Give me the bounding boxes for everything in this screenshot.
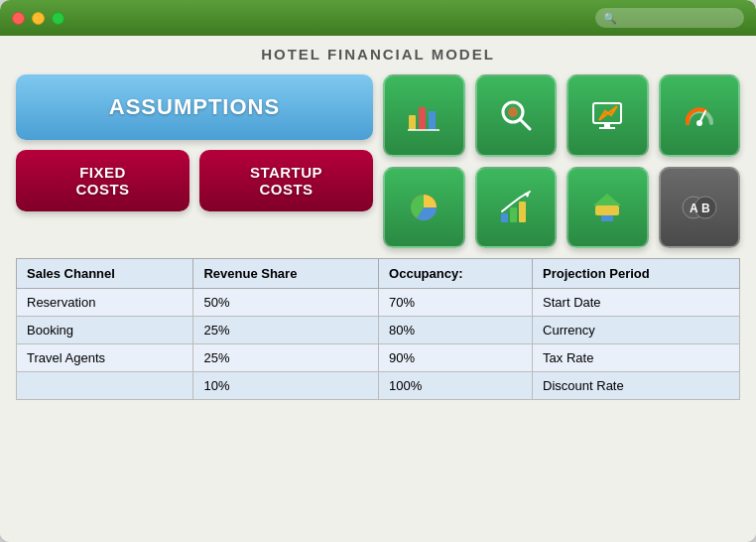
table-cell: Start Date [533, 289, 740, 317]
left-buttons: ASSUMPTIONS FIXEDCOSTS STARTUPCOSTS [16, 74, 373, 248]
svg-point-6 [508, 107, 518, 117]
bottom-left-row: FIXEDCOSTS STARTUPCOSTS [16, 150, 373, 211]
ab-test-icon-btn[interactable]: A B [659, 167, 741, 249]
svg-rect-17 [519, 202, 526, 222]
svg-rect-10 [604, 123, 610, 127]
pie-chart-icon-btn[interactable] [383, 167, 465, 249]
table-cell: Travel Agents [17, 344, 193, 372]
icon-grid: A B [383, 74, 740, 248]
content-area: HOTEL FINANCIAL MODEL ASSUMPTIONS FIXEDC… [0, 36, 756, 542]
svg-marker-20 [593, 194, 621, 205]
col-header-projection: Projection Period [533, 259, 740, 289]
table-cell: 100% [379, 372, 533, 400]
table-cell: 80% [379, 317, 533, 344]
svg-rect-16 [510, 207, 517, 222]
table-cell: Reservation [17, 289, 193, 317]
col-header-sales-channel: Sales Channel [17, 259, 193, 289]
svg-text:A: A [690, 202, 698, 215]
table-row: Travel Agents25%90%Tax Rate [17, 344, 740, 372]
table-cell: 90% [379, 344, 533, 372]
fixed-costs-button[interactable]: FIXEDCOSTS [16, 150, 189, 211]
app-window: 🔍 HOTEL FINANCIAL MODEL ASSUMPTIONS FIXE… [0, 0, 756, 542]
svg-rect-15 [501, 213, 508, 222]
svg-rect-0 [409, 115, 416, 130]
table-cell: 10% [193, 372, 379, 400]
table-row: Reservation50%70%Start Date [17, 289, 740, 317]
top-buttons-section: ASSUMPTIONS FIXEDCOSTS STARTUPCOSTS [16, 74, 740, 248]
bar-growth-icon-btn[interactable] [475, 167, 558, 249]
search-bar[interactable]: 🔍 [595, 8, 744, 28]
table-cell: 25% [193, 344, 379, 372]
table-cell: Currency [533, 317, 740, 344]
close-button[interactable] [12, 12, 25, 25]
window-controls [12, 12, 64, 25]
monitor-chart-icon-btn[interactable] [567, 74, 649, 157]
table-cell: 50% [193, 289, 379, 317]
table-cell: Discount Rate [533, 372, 740, 400]
svg-rect-21 [601, 215, 613, 221]
table-cell [17, 372, 193, 400]
svg-rect-1 [419, 107, 426, 130]
search-icon: 🔍 [603, 12, 617, 25]
title-bar: 🔍 [0, 0, 756, 36]
col-header-revenue-share: Revenue Share [193, 259, 379, 289]
svg-line-5 [520, 119, 530, 129]
table-cell: Booking [17, 317, 193, 344]
col-header-occupancy: Occupancy: [379, 259, 533, 289]
svg-rect-11 [599, 127, 615, 129]
svg-point-13 [696, 120, 702, 126]
bar-chart-icon-btn[interactable] [383, 74, 465, 157]
assumptions-button[interactable]: ASSUMPTIONS [16, 74, 373, 140]
svg-rect-19 [595, 205, 619, 215]
startup-costs-button[interactable]: STARTUPCOSTS [199, 150, 373, 211]
table-cell: Tax Rate [533, 344, 740, 372]
table-cell: 25% [193, 317, 379, 344]
svg-text:B: B [701, 202, 710, 215]
gauge-icon-btn[interactable] [659, 74, 741, 157]
table-row: Booking25%80%Currency [17, 317, 740, 344]
table-cell: 70% [379, 289, 533, 317]
table-row: 10%100%Discount Rate [17, 372, 740, 400]
minimize-button[interactable] [32, 12, 45, 25]
arrow-growth-icon-btn[interactable] [567, 167, 649, 249]
maximize-button[interactable] [52, 12, 64, 25]
page-title: HOTEL FINANCIAL MODEL [16, 46, 740, 63]
svg-rect-2 [429, 111, 436, 130]
data-table: Sales Channel Revenue Share Occupancy: P… [16, 258, 740, 400]
search-magnify-icon-btn[interactable] [475, 74, 558, 157]
